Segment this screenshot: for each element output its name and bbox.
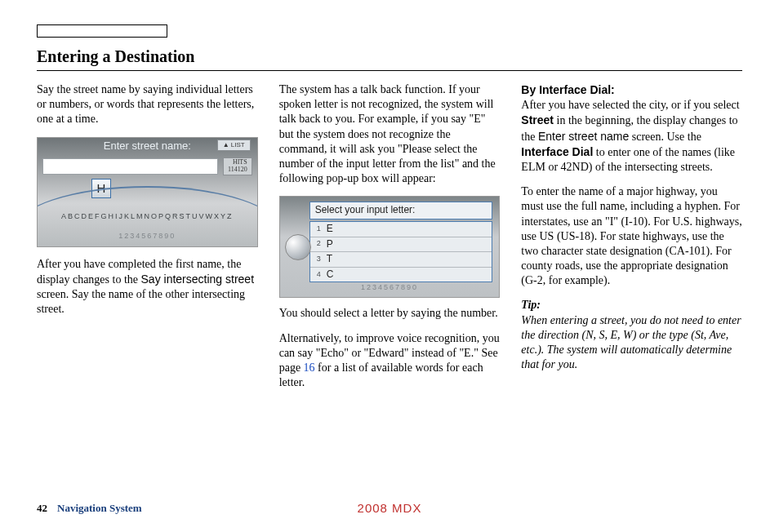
popup-letter-3: T [325, 252, 334, 267]
popup-row-3: 3 T [310, 252, 492, 268]
popup-numbers: 1234567890 [280, 283, 500, 293]
list-button: ▲ LIST [217, 140, 251, 151]
footer-model: 2008 MDX [358, 500, 422, 516]
hits-value: 114120 [228, 166, 247, 174]
popup-row-2: 2 P [310, 237, 492, 253]
interface-dial-icon [285, 234, 311, 260]
popup-num-3: 3 [310, 255, 325, 264]
col1-para2: After you have completed the first name,… [37, 257, 258, 317]
alphabet-arc [37, 186, 258, 232]
col1-p2c: screen. Say the name of the other inters… [37, 288, 245, 315]
by-interface-dial-heading: By Interface Dial: [521, 83, 614, 96]
column-3: By Interface Dial: After you have select… [521, 82, 742, 400]
tip-body: When entering a street, you do not need … [521, 314, 741, 371]
col3-para1: By Interface Dial: After you have select… [521, 82, 742, 175]
nav-title-text: Enter street name: [104, 140, 191, 152]
col3-p1a: After you have selected the city, or if … [521, 99, 739, 111]
popup-row-4: 4 C [310, 268, 492, 282]
page-number: 42 [37, 502, 47, 516]
enter-street-name-label: Enter street name [538, 130, 629, 143]
popup-header: Select your input letter: [309, 202, 493, 219]
popup-letter-4: C [325, 268, 336, 282]
content-columns: Say the street name by saying individual… [37, 82, 742, 400]
popup-num-4: 4 [310, 270, 325, 280]
header-box [37, 24, 167, 38]
interface-dial-bold: Interface Dial [521, 145, 593, 158]
nav-title: Enter street name: ▲ LIST [38, 138, 257, 155]
page-footer: 42 Navigation System 2008 MDX [37, 502, 742, 516]
column-1: Say the street name by saying individual… [37, 82, 258, 400]
say-intersecting-street-label: Say intersecting street [141, 273, 255, 286]
street-bold: Street [521, 113, 554, 126]
popup-num-1: 1 [310, 224, 325, 234]
tip-label: Tip: [521, 299, 541, 311]
col3-p1e: screen. Use the [629, 131, 701, 143]
alphabet-letters: ABCDEFGHIJKLMNOPQRSTUVWXYZ [38, 212, 257, 222]
popup-num-2: 2 [310, 239, 325, 249]
street-input [42, 158, 218, 175]
col3-para2: To enter the name of a major highway, yo… [521, 184, 742, 288]
popup-list: 1 E 2 P 3 T 4 C [309, 221, 493, 282]
enter-street-screenshot: Enter street name: ▲ LIST HITS 114120 H … [37, 137, 258, 247]
popup-row-1: 1 E [310, 222, 492, 237]
popup-letter-2: P [325, 237, 335, 252]
popup-letter-1: E [325, 222, 335, 237]
col2-para1: The system has a talk back function. If … [279, 82, 501, 186]
input-row: HITS 114120 [38, 154, 257, 179]
select-letter-screenshot: Select your input letter: 1 E 2 P 3 T 4 … [279, 196, 501, 298]
col2-para2: You should select a letter by saying the… [279, 306, 501, 321]
column-2: The system has a talk back function. If … [279, 82, 501, 400]
tip-block: Tip: When entering a street, you do not … [521, 298, 742, 372]
page-ref-16[interactable]: 16 [304, 361, 315, 374]
footer-section: Navigation System [57, 502, 142, 516]
col1-para1: Say the street name by saying individual… [37, 82, 258, 127]
page-title: Entering a Destination [37, 46, 742, 71]
hits-box: HITS 114120 [223, 157, 252, 175]
nav-numbers: 1234567890 [38, 232, 257, 242]
col2-para3: Alternatively, to improve voice recognit… [279, 331, 501, 391]
